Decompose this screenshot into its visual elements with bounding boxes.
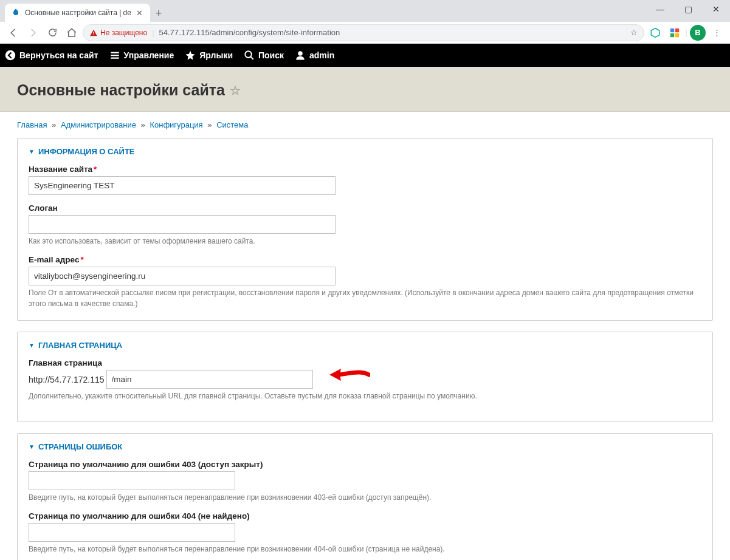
page-header: Основные настройки сайта ☆ (0, 67, 730, 112)
user-icon (295, 50, 306, 61)
favorite-star-icon[interactable]: ☆ (230, 83, 241, 98)
email-input[interactable] (29, 267, 336, 285)
fieldset-front-page: ▼ ГЛАВНАЯ СТРАНИЦА Главная страница http… (17, 332, 713, 422)
svg-rect-1 (93, 34, 94, 35)
window-maximize-icon[interactable]: ▢ (674, 0, 702, 18)
svg-marker-2 (651, 28, 659, 37)
admin-shortcuts[interactable]: Ярлыки (185, 50, 233, 61)
not-secure-indicator: Не защищено (89, 29, 147, 37)
omnibox-url: 54.77.172.115/admin/config/system/site-i… (159, 28, 625, 37)
page-404-label: Страница по умолчанию для ошибки 404 (не… (29, 511, 701, 521)
star-icon (185, 50, 196, 61)
browser-toolbar: Не защищено | 54.77.172.115/admin/config… (0, 22, 730, 44)
svg-rect-4 (675, 28, 678, 32)
admin-manage[interactable]: Управление (109, 50, 174, 61)
email-description: Поле От в автоматической рассылке писем … (29, 288, 701, 309)
slogan-label: Слоган (29, 203, 701, 213)
front-page-input[interactable] (106, 370, 313, 389)
svg-point-7 (5, 50, 16, 61)
extension-icon-2[interactable] (666, 24, 683, 41)
fieldset-legend-site-details[interactable]: ▼ ИНФОРМАЦИЯ О САЙТЕ (29, 147, 701, 156)
fieldset-legend-front-page[interactable]: ▼ ГЛАВНАЯ СТРАНИЦА (29, 341, 701, 350)
profile-avatar[interactable]: В (690, 25, 706, 41)
warning-triangle-icon (89, 29, 98, 37)
page-403-input[interactable] (29, 471, 235, 490)
site-name-input[interactable] (29, 176, 336, 195)
omnibox[interactable]: Не защищено | 54.77.172.115/admin/config… (83, 24, 644, 41)
page-403-description: Введите путь, на который будет выполнять… (29, 493, 701, 503)
email-label: E-mail адрес* (29, 255, 701, 264)
fieldset-legend-error-pages[interactable]: ▼ СТРАНИЦЫ ОШИБОК (29, 442, 701, 451)
breadcrumb-admin[interactable]: Администрирование (61, 120, 136, 129)
svg-rect-0 (93, 32, 94, 34)
page-title: Основные настройки сайта ☆ (17, 81, 713, 99)
svg-point-8 (245, 51, 252, 58)
svg-rect-6 (675, 33, 678, 36)
browser-titlebar: Основные настройки сайта | de ✕ + — ▢ ✕ (0, 0, 730, 22)
disclosure-triangle-icon: ▼ (29, 148, 35, 155)
new-tab-button[interactable]: + (150, 5, 167, 22)
page-404-input[interactable] (29, 523, 235, 542)
front-page-url-prefix: http://54.77.172.115 (29, 375, 105, 384)
hamburger-icon (109, 50, 120, 61)
tab-close-icon[interactable]: ✕ (136, 9, 144, 17)
search-icon (244, 50, 255, 61)
drupal-favicon-icon (11, 8, 21, 18)
window-minimize-icon[interactable]: — (646, 0, 674, 18)
admin-search[interactable]: Поиск (244, 50, 284, 61)
front-page-label: Главная страница (29, 358, 701, 367)
page-404-description: Введите путь, на который будет выполнять… (29, 544, 701, 555)
slogan-input[interactable] (29, 215, 336, 234)
bookmark-star-icon[interactable]: ☆ (630, 28, 638, 37)
fieldset-error-pages: ▼ СТРАНИЦЫ ОШИБОК Страница по умолчанию … (17, 433, 713, 560)
fieldset-site-details: ▼ ИНФОРМАЦИЯ О САЙТЕ Название сайта* Сло… (17, 138, 713, 321)
page-403-label: Страница по умолчанию для ошибки 403 (до… (29, 460, 701, 469)
breadcrumb: Главная » Администрирование » Конфигурац… (17, 120, 713, 129)
back-arrow-icon (5, 50, 16, 61)
disclosure-triangle-icon: ▼ (29, 443, 35, 450)
admin-back-to-site[interactable]: Вернуться на сайт (5, 50, 98, 61)
browser-tab[interactable]: Основные настройки сайта | de ✕ (5, 4, 150, 22)
nav-forward-icon (24, 24, 41, 41)
svg-point-9 (298, 51, 303, 56)
extension-icon[interactable] (647, 24, 664, 41)
admin-user[interactable]: admin (295, 50, 334, 61)
window-close-icon[interactable]: ✕ (702, 0, 730, 18)
browser-menu-icon[interactable]: ⋮ (708, 24, 725, 41)
content: Главная » Администрирование » Конфигурац… (0, 112, 730, 560)
breadcrumb-home[interactable]: Главная (17, 120, 47, 129)
nav-home-icon[interactable] (63, 24, 80, 41)
admin-toolbar: Вернуться на сайт Управление Ярлыки Поис… (0, 44, 730, 67)
tab-title: Основные настройки сайта | de (25, 9, 131, 17)
slogan-description: Как это использовать, зависит от темы оф… (29, 236, 701, 247)
disclosure-triangle-icon: ▼ (29, 342, 35, 349)
svg-rect-3 (670, 28, 673, 32)
front-page-description: Дополнительно, укажите относительный URL… (29, 391, 701, 401)
breadcrumb-system[interactable]: Система (216, 120, 248, 129)
breadcrumb-config[interactable]: Конфигурация (150, 120, 202, 129)
nav-back-icon[interactable] (5, 24, 22, 41)
nav-reload-icon[interactable] (44, 24, 61, 41)
site-name-label: Название сайта* (29, 165, 701, 174)
svg-rect-5 (670, 33, 673, 36)
